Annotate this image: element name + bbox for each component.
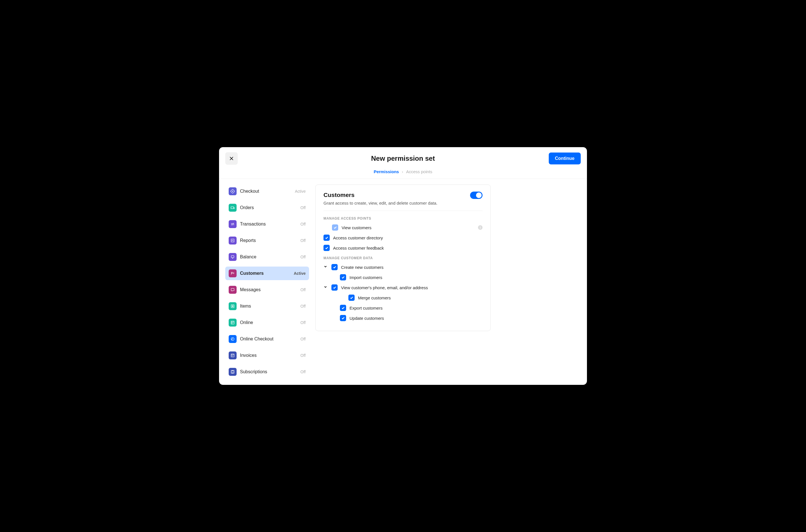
svg-rect-2 (231, 207, 233, 209)
reports-icon (229, 236, 236, 245)
orders-icon (229, 204, 236, 212)
perm-row-access-directory: Access customer directory (324, 234, 482, 241)
sidebar-item-label: Online (240, 320, 297, 325)
svg-rect-10 (231, 354, 234, 357)
checkbox-update-customers[interactable] (340, 315, 346, 321)
perm-label: Import customers (349, 275, 482, 280)
perm-label: Merge customers (358, 296, 482, 300)
sidebar-item-status: Off (301, 287, 306, 292)
sidebar-item-online-checkout[interactable]: Online Checkout Off (225, 332, 309, 346)
checkout-icon (229, 187, 236, 195)
sidebar-item-label: Customers (240, 271, 290, 276)
section-label-access-points: MANAGE ACCESS POINTS (324, 216, 482, 221)
perm-row-create-customers: Create new customers (324, 264, 482, 270)
sidebar-item-subscriptions[interactable]: Subscriptions Off (225, 365, 309, 379)
perm-label: Access customer directory (333, 235, 482, 240)
check-icon (341, 306, 345, 310)
sidebar-item-items[interactable]: Items Off (225, 299, 309, 313)
chevron-down-icon[interactable] (324, 265, 328, 270)
checkbox-export-customers[interactable] (340, 305, 346, 311)
enable-toggle[interactable] (470, 192, 482, 199)
section-label-customer-data: MANAGE CUSTOMER DATA (324, 256, 482, 260)
close-icon (229, 156, 234, 161)
svg-rect-8 (231, 321, 234, 324)
sidebar-item-orders[interactable]: Orders Off (225, 201, 309, 214)
svg-point-1 (232, 191, 233, 192)
info-icon[interactable]: i (478, 225, 482, 230)
check-icon (333, 226, 337, 229)
perm-row-export-customers: Export customers (324, 305, 482, 311)
dialog-window: New permission set Continue Permissions … (219, 147, 587, 385)
perm-label: View customers (342, 225, 475, 230)
perm-label: Access customer feedback (333, 246, 482, 250)
sidebar-item-transactions[interactable]: Transactions Off (225, 217, 309, 231)
checkbox-access-feedback[interactable] (324, 245, 330, 251)
sidebar-item-status: Off (301, 320, 306, 325)
sidebar-item-reports[interactable]: Reports Off (225, 234, 309, 247)
continue-button[interactable]: Continue (549, 153, 581, 165)
check-icon (333, 286, 337, 289)
sidebar-item-status: Off (301, 222, 306, 226)
transactions-icon (229, 220, 236, 228)
perm-label: Update customers (349, 316, 482, 321)
messages-icon (229, 286, 236, 294)
sidebar-item-balance[interactable]: Balance Off (225, 250, 309, 264)
chevron-right-icon: › (402, 169, 403, 174)
checkbox-merge-customers[interactable] (348, 294, 354, 301)
sidebar-item-status: Off (301, 337, 306, 341)
perm-row-access-feedback: Access customer feedback (324, 245, 482, 251)
check-icon (333, 265, 337, 269)
sidebar-item-label: Invoices (240, 353, 297, 358)
sidebar-item-label: Messages (240, 287, 297, 292)
online-checkout-icon (229, 335, 236, 343)
detail-panel: Customers Grant access to create, view, … (312, 185, 587, 385)
checkbox-access-directory[interactable] (324, 234, 330, 241)
sidebar: Checkout Active Orders Off Transactions … (219, 185, 312, 385)
sidebar-item-online[interactable]: Online Off (225, 316, 309, 329)
sidebar-item-customers[interactable]: Customers Active (225, 267, 309, 280)
checkbox-view-contact[interactable] (331, 284, 338, 291)
items-icon (229, 302, 236, 310)
breadcrumb-step-permissions[interactable]: Permissions (373, 169, 399, 174)
sidebar-item-label: Items (240, 304, 297, 309)
sidebar-item-checkout[interactable]: Checkout Active (225, 185, 309, 198)
sidebar-item-status: Off (301, 238, 306, 243)
check-icon (341, 276, 345, 279)
perm-row-update-customers: Update customers (324, 315, 482, 321)
card-description: Grant access to create, view, edit, and … (324, 200, 438, 206)
perm-label: Create new customers (341, 265, 482, 270)
sidebar-item-label: Orders (240, 205, 297, 210)
svg-point-5 (231, 272, 232, 273)
checkbox-import-customers[interactable] (340, 274, 346, 281)
svg-rect-0 (230, 189, 235, 193)
perm-label: View customer's phone, email, and/or add… (341, 285, 482, 290)
sidebar-item-messages[interactable]: Messages Off (225, 283, 309, 297)
checkbox-create-customers[interactable] (331, 264, 338, 270)
sidebar-item-label: Checkout (240, 189, 291, 194)
balance-icon (229, 253, 236, 261)
svg-rect-4 (231, 255, 234, 258)
chevron-down-icon[interactable] (324, 285, 328, 290)
sidebar-item-status: Off (301, 353, 306, 358)
sidebar-item-label: Online Checkout (240, 337, 297, 342)
sidebar-item-label: Transactions (240, 222, 297, 227)
sidebar-item-label: Subscriptions (240, 369, 297, 374)
close-button[interactable] (225, 152, 238, 165)
check-icon (350, 296, 353, 300)
sidebar-item-label: Balance (240, 254, 297, 260)
breadcrumb-step-access-points[interactable]: Access points (406, 169, 433, 174)
svg-rect-6 (231, 288, 234, 291)
subscriptions-icon (229, 368, 236, 376)
check-icon (325, 236, 329, 240)
check-icon (341, 316, 345, 320)
sidebar-item-invoices[interactable]: Invoices Off (225, 349, 309, 362)
sidebar-item-status: Off (301, 369, 306, 374)
invoices-icon (229, 352, 236, 359)
perm-row-merge-customers: Merge customers (324, 294, 482, 301)
permission-card: Customers Grant access to create, view, … (315, 185, 491, 331)
sidebar-item-status: Off (301, 304, 306, 308)
sidebar-item-status: Off (301, 255, 306, 259)
checkbox-view-customers[interactable] (332, 224, 338, 231)
perm-row-view-customers: View customers i (324, 224, 482, 231)
perm-row-import-customers: Import customers (324, 274, 482, 281)
